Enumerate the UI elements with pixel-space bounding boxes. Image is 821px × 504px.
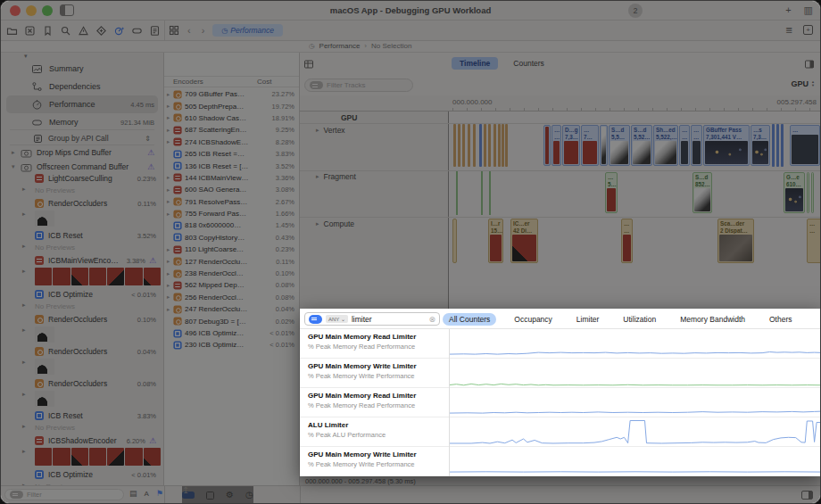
counter-subtitle: % Peak Memory Read Performance	[308, 343, 415, 351]
counter-title: ALU Limiter	[308, 421, 348, 429]
counter-tab-utilization[interactable]: Utilization	[617, 313, 662, 326]
counter-rows: GPU Main Memory Read Limiter% Peak Memor…	[300, 329, 821, 476]
counter-tab-occupancy[interactable]: Occupancy	[508, 313, 559, 326]
counter-title: GPU Main Memory Write Limiter	[308, 450, 417, 459]
filter-icon	[309, 315, 322, 324]
counter-chart	[449, 447, 821, 476]
counter-filter-input[interactable]: ANY ⌄ limiter ⊗	[304, 312, 440, 326]
counter-tab-all-counters[interactable]: All Counters	[443, 313, 496, 326]
counter-row-alu-limiter[interactable]: ALU Limiter% Peak ALU Performance	[300, 417, 821, 447]
clear-filter-icon[interactable]: ⊗	[428, 315, 435, 324]
counter-subtitle: % Peak ALU Performance	[308, 431, 386, 439]
counters-panel: ANY ⌄ limiter ⊗ All CountersOccupancyLim…	[300, 309, 821, 476]
counter-chart	[449, 388, 821, 417]
counter-category-tabs: All CountersOccupancyLimiterUtilizationM…	[443, 309, 799, 329]
filter-query-text: limiter	[352, 315, 426, 324]
counter-row-gpu-main-memory-write-limiter[interactable]: GPU Main Memory Write Limiter% Peak Memo…	[300, 359, 821, 388]
counter-title: GPU Main Memory Write Limiter	[308, 362, 417, 370]
counter-chart	[449, 417, 821, 447]
counter-subtitle: % Peak Memory Write Performance	[308, 372, 414, 380]
counter-title: GPU Main Memory Read Limiter	[308, 333, 416, 341]
counter-row-gpu-main-memory-read-limiter[interactable]: GPU Main Memory Read Limiter% Peak Memor…	[300, 329, 821, 359]
counter-subtitle: % Peak Memory Write Performance	[308, 460, 414, 468]
counter-chart	[449, 359, 821, 388]
counter-chart	[449, 329, 821, 359]
counter-title: GPU Main Memory Read Limiter	[308, 392, 416, 400]
counter-row-gpu-main-memory-write-limiter[interactable]: GPU Main Memory Write Limiter% Peak Memo…	[300, 447, 821, 476]
counter-row-gpu-main-memory-read-limiter[interactable]: GPU Main Memory Read Limiter% Peak Memor…	[300, 388, 821, 417]
filter-scope-token[interactable]: ANY ⌄	[326, 315, 348, 323]
counter-tab-others[interactable]: Others	[763, 313, 799, 326]
counter-tab-memory-bandwidth[interactable]: Memory Bandwidth	[674, 313, 751, 326]
counter-tab-limiter[interactable]: Limiter	[570, 313, 606, 326]
app-window: macOS App - Debugging GPU Workload 2 + ▥…	[0, 0, 821, 504]
counter-subtitle: % Peak Memory Read Performance	[308, 401, 415, 409]
counters-header: ANY ⌄ limiter ⊗ All CountersOccupancyLim…	[300, 309, 821, 329]
screenshot: macOS App - Debugging GPU Workload 2 + ▥…	[0, 0, 821, 504]
